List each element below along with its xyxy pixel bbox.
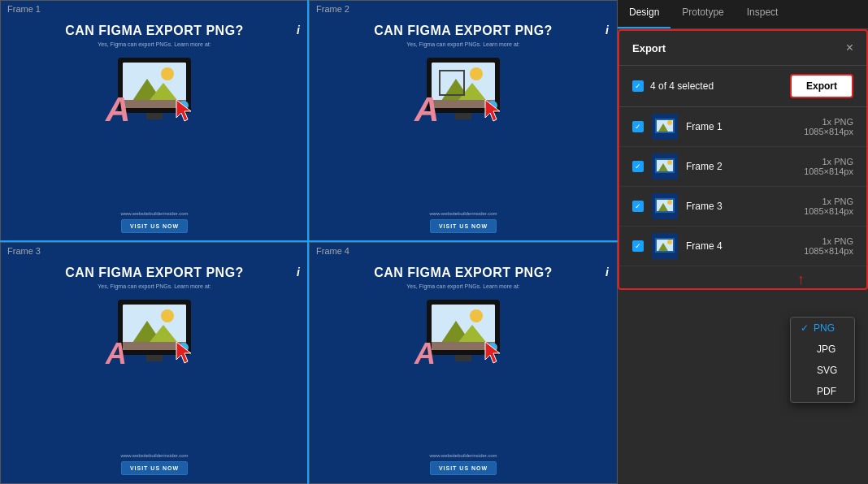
frame-1-subtitle: Yes, Figma can export PNGs. Learn more a… bbox=[98, 41, 210, 47]
frame-2-subtitle: Yes, Figma can export PNGs. Learn more a… bbox=[406, 41, 519, 47]
frame-4-label: Frame 4 bbox=[316, 246, 349, 256]
frame-3-subtitle: Yes, Figma can export PNGs. Learn more a… bbox=[98, 283, 210, 289]
frame-1-thumb bbox=[652, 114, 678, 140]
modal-frame-item-2: ✓ Frame 2 1x PNG 1085×814px bbox=[619, 147, 866, 187]
pdf-label: PDF bbox=[817, 386, 836, 397]
frame-1-card: CAN FIGMA EXPORT PNG? Yes, Figma can exp… bbox=[1, 1, 308, 241]
modal-frame-item-3: ✓ Frame 3 1x PNG 1085×814px bbox=[619, 187, 866, 227]
frame-3-thumb bbox=[652, 193, 678, 219]
monitor-stand bbox=[146, 113, 163, 119]
svg-point-14 bbox=[161, 309, 174, 322]
svg-point-34 bbox=[667, 160, 672, 165]
red-arrow-up-icon: ↑ bbox=[797, 271, 805, 288]
tab-inspect[interactable]: Inspect bbox=[736, 0, 790, 28]
svg-marker-24 bbox=[485, 342, 500, 363]
monitor-stand-4 bbox=[455, 355, 471, 361]
tab-design[interactable]: Design bbox=[618, 0, 671, 28]
frame-4-checkbox[interactable]: ✓ bbox=[632, 240, 644, 252]
frame-4-cell[interactable]: Frame 4 CAN FIGMA EXPORT PNG? Yes, Figma… bbox=[309, 242, 618, 484]
format-dropdown: ✓ PNG JPG SVG PDF bbox=[790, 317, 855, 403]
visit-btn-3[interactable]: VISIT US NOW bbox=[121, 461, 188, 475]
select-all-checkbox[interactable]: ✓ bbox=[632, 80, 644, 92]
svg-marker-5 bbox=[176, 100, 191, 121]
letter-a-2: A bbox=[414, 93, 439, 127]
cursor-arrow-2 bbox=[484, 98, 508, 123]
visit-btn-2[interactable]: VISIT US NOW bbox=[430, 219, 497, 233]
info-icon: i bbox=[297, 24, 300, 37]
frame-1-title: CAN FIGMA EXPORT PNG? bbox=[65, 24, 244, 38]
frame-3-illustration: A bbox=[106, 296, 203, 369]
frame-2-cell[interactable]: Frame 2 CAN FIGMA EXPORT PNG? Yes, Figma… bbox=[309, 0, 618, 242]
tab-prototype[interactable]: Prototype bbox=[671, 0, 735, 28]
monitor-stand-3 bbox=[146, 355, 163, 361]
letter-a-3: A bbox=[106, 339, 127, 369]
frame-2-name: Frame 2 bbox=[686, 161, 796, 172]
visit-btn-1[interactable]: VISIT US NOW bbox=[121, 219, 188, 233]
frame-3-card: CAN FIGMA EXPORT PNG? Yes, Figma can exp… bbox=[1, 243, 308, 483]
frame-3-label: Frame 3 bbox=[7, 246, 41, 256]
frame-1-spec: 1x PNG 1085×814px bbox=[804, 117, 853, 136]
frame-3-name: Frame 3 bbox=[686, 201, 796, 212]
info-icon-3: i bbox=[297, 266, 300, 279]
cursor-arrow bbox=[175, 98, 199, 123]
frame-1-website: www.websitebuilderinsider.com bbox=[120, 211, 188, 216]
frame-2-spec: 1x PNG 1085×814px bbox=[804, 157, 853, 176]
letter-a-4: A bbox=[414, 339, 436, 369]
frame-1-label: Frame 1 bbox=[7, 4, 41, 14]
frame-1-cell[interactable]: Frame 1 CAN FIGMA EXPORT PNG? Yes, Figma… bbox=[0, 0, 309, 242]
frame-2-checkbox[interactable]: ✓ bbox=[632, 161, 644, 172]
jpg-label: JPG bbox=[817, 344, 835, 355]
svg-point-7 bbox=[470, 67, 483, 80]
frame-4-illustration: A bbox=[414, 296, 512, 369]
letter-a: A bbox=[106, 93, 130, 127]
format-option-svg[interactable]: SVG bbox=[791, 360, 854, 381]
frame-4-card: CAN FIGMA EXPORT PNG? Yes, Figma can exp… bbox=[310, 243, 617, 483]
frame-3-checkbox[interactable]: ✓ bbox=[632, 201, 644, 212]
frame-2-title: CAN FIGMA EXPORT PNG? bbox=[374, 24, 553, 38]
frame-4-title: CAN FIGMA EXPORT PNG? bbox=[374, 266, 553, 280]
frame-grid: Frame 1 CAN FIGMA EXPORT PNG? Yes, Figma… bbox=[0, 0, 618, 484]
frame-3-website: www.websitebuilderinsider.com bbox=[120, 453, 188, 458]
modal-frame-item-1: ✓ Frame 1 1x PNG 1085×814px bbox=[619, 107, 866, 147]
frame-3-spec: 1x PNG 1085×814px bbox=[804, 197, 853, 216]
frame-2-label: Frame 2 bbox=[316, 4, 349, 14]
frame-3-title: CAN FIGMA EXPORT PNG? bbox=[65, 266, 244, 280]
info-icon-4: i bbox=[605, 266, 609, 279]
right-panel-wrapper: Design Prototype Inspect Selection Color… bbox=[618, 0, 868, 484]
svg-point-44 bbox=[667, 240, 672, 244]
cursor-arrow-4 bbox=[484, 340, 508, 365]
modal-close-button[interactable]: × bbox=[846, 41, 853, 55]
svg-point-1 bbox=[161, 67, 174, 80]
canvas: Frame 1 CAN FIGMA EXPORT PNG? Yes, Figma… bbox=[0, 0, 618, 484]
modal-select-all: ✓ 4 of 4 selected Export bbox=[619, 66, 866, 107]
modal-header: Export × bbox=[619, 31, 866, 66]
export-modal: Export × ✓ 4 of 4 selected Export ✓ bbox=[618, 29, 868, 290]
frame-2-thumb bbox=[652, 153, 678, 179]
modal-title: Export bbox=[632, 42, 666, 54]
frame-4-spec: 1x PNG 1085×814px bbox=[804, 236, 853, 256]
frame-1-name: Frame 1 bbox=[686, 121, 796, 132]
frame-2-card: CAN FIGMA EXPORT PNG? Yes, Figma can exp… bbox=[310, 1, 617, 241]
png-check-icon: ✓ bbox=[801, 322, 809, 334]
png-label: PNG bbox=[814, 322, 835, 334]
panel-tabs: Design Prototype Inspect bbox=[618, 0, 868, 29]
frame-4-subtitle: Yes, Figma can export PNGs. Learn more a… bbox=[406, 283, 519, 289]
modal-frame-item-4: ✓ Frame 4 1x PNG 1085×814px bbox=[619, 227, 866, 266]
red-arrow-container: ↑ bbox=[619, 266, 866, 288]
frame-2-website: www.websitebuilderinsider.com bbox=[429, 211, 497, 216]
frame-4-thumb bbox=[652, 233, 678, 259]
select-all-left: ✓ 4 of 4 selected bbox=[632, 80, 714, 92]
monitor-stand-2 bbox=[455, 113, 471, 119]
visit-btn-4[interactable]: VISIT US NOW bbox=[430, 461, 497, 475]
svg-point-20 bbox=[470, 309, 483, 322]
svg-point-39 bbox=[667, 200, 672, 205]
frame-3-cell[interactable]: Frame 3 CAN FIGMA EXPORT PNG? Yes, Figma… bbox=[0, 242, 309, 484]
format-option-jpg[interactable]: JPG bbox=[791, 339, 854, 360]
format-option-pdf[interactable]: PDF bbox=[791, 381, 854, 402]
svg-marker-12 bbox=[485, 100, 500, 121]
export-main-button[interactable]: Export bbox=[790, 74, 853, 98]
frame-1-checkbox[interactable]: ✓ bbox=[632, 121, 644, 132]
format-option-png[interactable]: ✓ PNG bbox=[791, 318, 854, 339]
svg-label: SVG bbox=[817, 365, 837, 376]
frame-2-illustration: A bbox=[414, 54, 512, 127]
